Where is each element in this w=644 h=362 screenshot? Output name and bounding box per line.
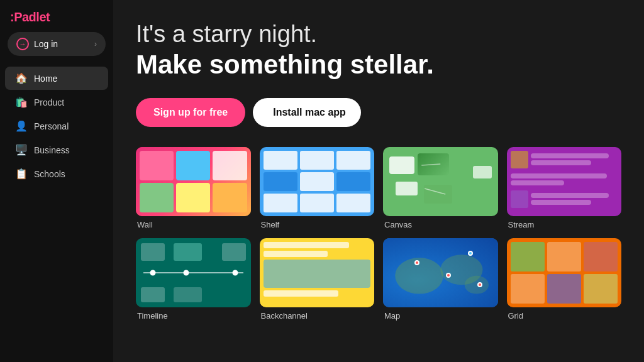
sidebar-item-schools[interactable]: 📋 Schools — [5, 162, 108, 185]
chevron-right-icon: › — [94, 40, 97, 48]
svg-point-4 — [465, 276, 489, 294]
logo-text: :Padlet — [10, 10, 50, 24]
padlet-thumbnail-timeline — [136, 238, 251, 307]
svg-line-0 — [421, 164, 440, 165]
sidebar-item-schools-label: Schools — [34, 169, 65, 179]
padlet-card-backchannel[interactable]: Backchannel — [260, 238, 375, 321]
sidebar: :Padlet → Log in › 🏠 Home 🛍️ Product 👤 P… — [0, 0, 113, 362]
main-content: It's a starry night. Make something stel… — [113, 0, 644, 362]
padlet-label-backchannel: Backchannel — [260, 311, 375, 321]
padlet-thumbnail-stream — [507, 147, 622, 216]
personal-icon: 👤 — [15, 120, 28, 132]
padlet-thumbnail-canvas — [383, 147, 498, 216]
padlet-label-shelf: Shelf — [260, 220, 375, 229]
login-icon: → — [16, 38, 29, 50]
install-mac-label: Install mac app — [273, 107, 346, 118]
sidebar-item-product-label: Product — [34, 97, 64, 107]
sidebar-item-personal-label: Personal — [34, 121, 69, 131]
padlet-label-wall: Wall — [136, 220, 251, 229]
padlet-label-timeline: Timeline — [136, 311, 251, 321]
padlet-thumbnail-shelf — [260, 147, 375, 216]
padlet-grid: Wall — [136, 147, 621, 321]
padlet-card-shelf[interactable]: Shelf — [260, 147, 375, 229]
cta-buttons: Sign up for free Install mac app — [136, 98, 621, 127]
padlet-card-timeline[interactable]: Timeline — [136, 238, 251, 321]
padlet-card-wall[interactable]: Wall — [136, 147, 251, 229]
sidebar-item-personal[interactable]: 👤 Personal — [5, 114, 108, 138]
padlet-card-stream[interactable]: Stream — [507, 147, 622, 229]
login-button[interactable]: → Log in › — [8, 32, 106, 56]
hero-line1: It's a starry night. — [136, 20, 621, 49]
sidebar-item-product[interactable]: 🛍️ Product — [5, 90, 108, 114]
padlet-label-canvas: Canvas — [383, 220, 498, 229]
sidebar-item-home[interactable]: 🏠 Home — [5, 67, 108, 90]
padlet-label-stream: Stream — [507, 220, 622, 229]
padlet-thumbnail-grid — [507, 238, 622, 307]
hero-section: It's a starry night. Make something stel… — [136, 20, 621, 80]
install-mac-button[interactable]: Install mac app — [253, 98, 361, 127]
svg-line-1 — [425, 189, 445, 194]
padlet-card-grid[interactable]: Grid — [507, 238, 622, 321]
padlet-label-grid: Grid — [507, 311, 622, 321]
schools-icon: 📋 — [15, 168, 28, 180]
padlet-label-map: Map — [383, 311, 498, 321]
padlet-card-canvas[interactable]: Canvas — [383, 147, 498, 229]
product-icon: 🛍️ — [15, 96, 28, 108]
padlet-thumbnail-map — [383, 238, 498, 307]
login-label: Log in — [34, 39, 58, 49]
padlet-thumbnail-backchannel — [260, 238, 375, 307]
hero-line2: Make something stellar. — [136, 49, 621, 80]
sidebar-item-home-label: Home — [34, 74, 57, 84]
sidebar-item-business[interactable]: 🖥️ Business — [5, 138, 108, 162]
home-icon: 🏠 — [15, 72, 28, 84]
sidebar-item-business-label: Business — [34, 145, 70, 155]
padlet-thumbnail-wall — [136, 147, 251, 216]
sidebar-nav: 🏠 Home 🛍️ Product 👤 Personal 🖥️ Business… — [0, 66, 113, 186]
signup-button[interactable]: Sign up for free — [136, 98, 245, 127]
logo: :Padlet — [0, 8, 113, 32]
padlet-card-map[interactable]: Map — [383, 238, 498, 321]
business-icon: 🖥️ — [15, 144, 28, 156]
